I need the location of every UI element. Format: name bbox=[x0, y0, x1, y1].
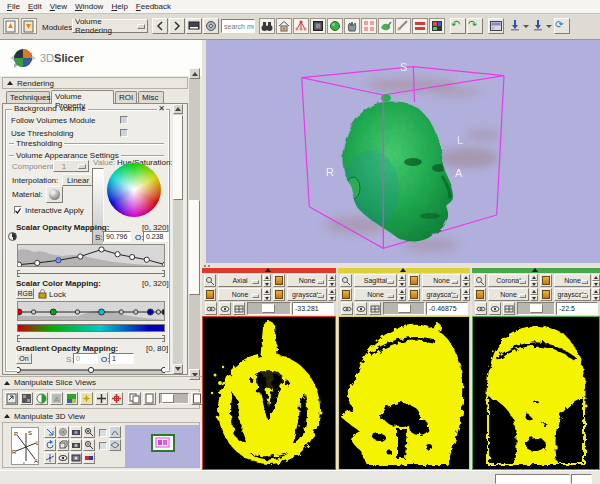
module-forward-button[interactable] bbox=[169, 18, 185, 34]
spin-view-button[interactable] bbox=[57, 426, 69, 438]
foreground-spinner[interactable] bbox=[328, 274, 336, 287]
slice-view-yellow[interactable] bbox=[338, 316, 470, 470]
contrast-icon[interactable] bbox=[8, 232, 17, 241]
refresh-view-button[interactable]: ⟳ bbox=[554, 18, 570, 34]
labelmap-icon-button[interactable] bbox=[204, 288, 216, 301]
visibility-button[interactable] bbox=[489, 302, 501, 315]
colormap-spinner[interactable] bbox=[462, 288, 470, 301]
orientation-dropdown[interactable]: Sagittal bbox=[354, 274, 397, 287]
rock-checkbox[interactable] bbox=[99, 442, 107, 450]
slice-grid-button[interactable] bbox=[369, 302, 381, 315]
slice-opacity-slider[interactable] bbox=[159, 393, 189, 404]
module-colors-button[interactable] bbox=[412, 18, 428, 34]
component-dropdown[interactable]: 1 bbox=[53, 160, 89, 172]
foreground-icon-button[interactable] bbox=[540, 274, 552, 287]
module-ruler-button[interactable] bbox=[429, 18, 445, 34]
colormap-spinner[interactable] bbox=[328, 288, 336, 301]
orientation-spinner[interactable] bbox=[263, 274, 271, 287]
orientation-spinner[interactable] bbox=[530, 274, 538, 287]
redo-button[interactable]: ↷ bbox=[467, 18, 483, 34]
colormap-icon-button[interactable] bbox=[273, 288, 285, 301]
menu-feedback[interactable]: Feedback bbox=[132, 2, 175, 11]
module-transforms-button[interactable] bbox=[344, 18, 360, 34]
slice-features-button[interactable] bbox=[20, 392, 33, 405]
search-modules-input[interactable] bbox=[221, 19, 255, 33]
slice-grid-button[interactable] bbox=[233, 302, 245, 315]
slice-page-button[interactable] bbox=[143, 392, 156, 405]
link-button[interactable] bbox=[341, 302, 353, 315]
slice-annotations-button[interactable] bbox=[80, 392, 93, 405]
colormap-spinner[interactable] bbox=[592, 288, 600, 301]
visibility-button[interactable] bbox=[355, 302, 367, 315]
follow-volumes-checkbox[interactable] bbox=[120, 116, 128, 124]
load-scene-button[interactable] bbox=[3, 18, 19, 34]
slice-view-green[interactable] bbox=[472, 316, 600, 470]
lock-icon[interactable] bbox=[38, 289, 47, 299]
module-editor-button[interactable] bbox=[378, 18, 394, 34]
gop-s-field[interactable]: 0 bbox=[73, 353, 98, 364]
menu-help[interactable]: Help bbox=[107, 2, 131, 11]
slice-offset-slider[interactable] bbox=[383, 302, 425, 315]
slice-offset-value[interactable]: -22.5 bbox=[556, 302, 598, 315]
module-measurements-button[interactable] bbox=[395, 18, 411, 34]
colormap-dropdown[interactable]: grayscale bbox=[287, 288, 327, 301]
foreground-spinner[interactable] bbox=[592, 274, 600, 287]
camera-2-button[interactable] bbox=[70, 439, 82, 451]
layout-button[interactable] bbox=[488, 18, 504, 34]
colormap-icon-button[interactable] bbox=[408, 288, 420, 301]
save-scene-button[interactable] bbox=[21, 18, 37, 34]
spin-option-button[interactable] bbox=[109, 426, 121, 438]
labelmap-spinner[interactable] bbox=[263, 288, 271, 301]
screenshot-3d-button[interactable] bbox=[70, 452, 82, 464]
gop-o-field[interactable]: 1 bbox=[109, 353, 134, 364]
slice-layers-button[interactable] bbox=[65, 392, 78, 405]
labelmap-dropdown[interactable]: None bbox=[354, 288, 397, 301]
rotate-view-button[interactable] bbox=[44, 439, 56, 451]
collapse-triangle-icon[interactable] bbox=[532, 268, 538, 272]
cube-view-button[interactable] bbox=[57, 439, 69, 451]
use-thresholding-checkbox[interactable] bbox=[120, 129, 128, 137]
foreground-dropdown[interactable]: None bbox=[554, 274, 591, 287]
slice-crosshair-button[interactable] bbox=[95, 392, 108, 405]
slice-label-opacity-button[interactable]: A bbox=[50, 392, 63, 405]
spin-checkbox[interactable] bbox=[99, 429, 107, 437]
axes-visibility-button[interactable] bbox=[44, 452, 56, 464]
module-models-button[interactable] bbox=[327, 18, 343, 34]
zoom-in-button[interactable] bbox=[83, 426, 95, 438]
tab-volume-property[interactable]: Volume Property bbox=[51, 90, 114, 104]
collapse-triangle-icon[interactable] bbox=[265, 268, 271, 272]
gradient-opacity-graph[interactable] bbox=[17, 366, 165, 374]
slice-red-crosshair-button[interactable] bbox=[110, 392, 123, 405]
colormap-icon-button[interactable] bbox=[540, 288, 552, 301]
module-history-button[interactable] bbox=[186, 18, 202, 34]
find-module-button[interactable] bbox=[259, 18, 275, 34]
camera-1-button[interactable] bbox=[70, 426, 82, 438]
slice-menu-button[interactable] bbox=[340, 274, 352, 287]
colormap-dropdown[interactable]: grayscale bbox=[422, 288, 461, 301]
rgb-button[interactable]: RGB bbox=[16, 288, 34, 299]
foreground-spinner[interactable] bbox=[462, 274, 470, 287]
foreground-icon-button[interactable] bbox=[408, 274, 420, 287]
close-group-icon[interactable]: ✕ bbox=[157, 104, 166, 113]
collapse-triangle-icon[interactable] bbox=[400, 268, 406, 272]
labelmap-spinner[interactable] bbox=[398, 288, 406, 301]
module-refresh-button[interactable] bbox=[203, 18, 219, 34]
axis-orientation-widget[interactable]: P S L R I A bbox=[11, 427, 39, 465]
sop-o-field[interactable]: 0.238 bbox=[143, 231, 169, 242]
manipulate-slice-views-header[interactable]: Manipulate Slice Views bbox=[0, 376, 202, 388]
hue-saturation-wheel[interactable] bbox=[107, 163, 161, 217]
manipulate-3d-view-header[interactable]: Manipulate 3D View bbox=[0, 410, 202, 422]
material-button[interactable] bbox=[46, 186, 63, 203]
labelmap-dropdown[interactable]: None bbox=[218, 288, 262, 301]
slice-copy-button[interactable] bbox=[128, 392, 141, 405]
foreground-dropdown[interactable]: None bbox=[287, 274, 327, 287]
slice-offset-value[interactable]: -0.46875 bbox=[426, 302, 468, 315]
menu-view[interactable]: View bbox=[46, 2, 71, 11]
foreground-icon-button[interactable] bbox=[273, 274, 285, 287]
menu-file[interactable]: File bbox=[3, 2, 24, 11]
foreground-dropdown[interactable]: None bbox=[422, 274, 461, 287]
module-volumes-button[interactable] bbox=[310, 18, 326, 34]
inner-scrollbar-thumb[interactable] bbox=[173, 115, 183, 200]
orientation-spinner[interactable] bbox=[398, 274, 406, 287]
eye-button[interactable] bbox=[57, 452, 69, 464]
